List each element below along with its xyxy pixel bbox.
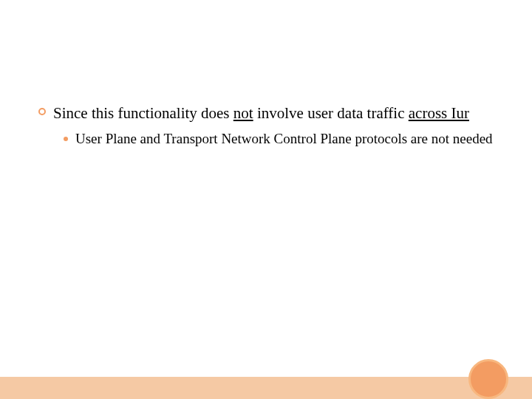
text-segment: involve user data traffic: [253, 104, 409, 122]
list-item: Since this functionality does not involv…: [38, 103, 502, 123]
underlined-text: across Iur: [409, 104, 469, 122]
footer-bar: [0, 377, 532, 399]
list-item-text: Since this functionality does not involv…: [53, 103, 502, 123]
content-block: Since this functionality does not involv…: [38, 103, 502, 149]
underlined-text: not: [233, 104, 253, 122]
text-segment: Since this functionality does: [53, 104, 233, 122]
dot-bullet-icon: [64, 137, 68, 141]
slide: Since this functionality does not involv…: [0, 0, 532, 399]
sub-item-text: User Plane and Transport Network Control…: [75, 130, 502, 149]
sub-list: User Plane and Transport Network Control…: [64, 130, 502, 149]
ring-bullet-icon: [38, 108, 46, 115]
list-item: User Plane and Transport Network Control…: [64, 130, 502, 149]
decorative-circle-icon: [468, 359, 508, 399]
